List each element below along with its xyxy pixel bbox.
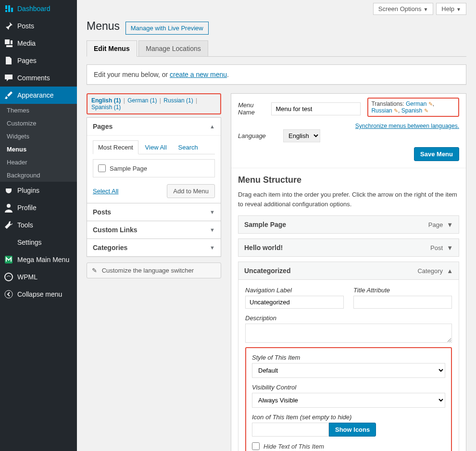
style-label: Style of This Item bbox=[252, 354, 445, 361]
sidebar-item-profile[interactable]: Profile bbox=[0, 199, 77, 216]
submenu-header[interactable]: Header bbox=[0, 156, 77, 169]
manage-live-preview-button[interactable]: Manage with Live Preview bbox=[125, 22, 209, 35]
nav-label-label: Navigation Label bbox=[245, 287, 344, 294]
sidebar-item-mega-main-menu[interactable]: Mega Main Menu bbox=[0, 251, 77, 268]
sidebar-item-posts[interactable]: Posts bbox=[0, 17, 77, 35]
menu-name-input[interactable] bbox=[271, 102, 361, 115]
sidebar-item-settings[interactable]: Settings bbox=[0, 234, 77, 251]
show-icons-button[interactable]: Show Icons bbox=[329, 423, 376, 437]
pin-icon bbox=[4, 21, 13, 31]
submenu-background[interactable]: Background bbox=[0, 169, 77, 182]
sidebar-item-appearance[interactable]: Appearance bbox=[0, 87, 77, 104]
user-icon bbox=[4, 203, 13, 213]
accordion-pages-header[interactable]: Pages ▲ bbox=[87, 118, 221, 135]
menu-item[interactable]: Hello world! Post▼ bbox=[238, 238, 459, 257]
sidebar-item-tools[interactable]: Tools bbox=[0, 216, 77, 234]
chevron-down-icon[interactable]: ▼ bbox=[447, 221, 453, 228]
pencil-icon: ✎ bbox=[92, 267, 97, 274]
mmm-icon bbox=[4, 255, 13, 264]
pencil-icon: ✎ bbox=[428, 101, 433, 107]
sliders-icon bbox=[4, 238, 13, 247]
sidebar-item-collapse[interactable]: Collapse menu bbox=[0, 286, 77, 303]
pencil-icon: ✎ bbox=[424, 108, 428, 113]
accordion-custom-links-header[interactable]: Custom Links ▼ bbox=[87, 221, 221, 238]
menu-item[interactable]: Uncategorized Category▲ Navigation Label bbox=[238, 262, 459, 451]
submenu-menus[interactable]: Menus bbox=[0, 143, 77, 156]
visibility-select[interactable]: Always Visible bbox=[252, 393, 445, 408]
lang-pill-spanish[interactable]: Spanish (1) bbox=[91, 104, 121, 111]
comment-icon bbox=[4, 73, 13, 83]
hide-text-checkbox[interactable] bbox=[252, 442, 260, 450]
accordion-posts-header[interactable]: Posts ▼ bbox=[87, 203, 221, 221]
collapse-icon bbox=[4, 289, 13, 299]
sidebar-item-dashboard[interactable]: Dashboard bbox=[0, 0, 77, 17]
translations-box: Translations: German ✎, Russian ✎, Spani… bbox=[367, 98, 459, 117]
chevron-up-icon[interactable]: ▲ bbox=[447, 267, 453, 275]
main-content: Screen Options▼ Help▼ Menus Manage with … bbox=[77, 0, 476, 451]
brush-icon bbox=[4, 90, 13, 100]
nav-tabs: Edit Menus Manage Locations bbox=[87, 40, 466, 57]
translation-link-russian[interactable]: Russian bbox=[371, 107, 392, 114]
submenu-themes[interactable]: Themes bbox=[0, 104, 77, 117]
translation-link-spanish[interactable]: Spanish bbox=[401, 107, 422, 114]
language-select[interactable]: English bbox=[283, 129, 320, 142]
add-to-menu-button[interactable]: Add to Menu bbox=[167, 184, 215, 198]
page-title: Menus bbox=[87, 20, 120, 33]
sidebar-item-plugins[interactable]: Plugins bbox=[0, 182, 77, 199]
chevron-down-icon[interactable]: ▼ bbox=[447, 244, 453, 251]
chevron-down-icon: ▼ bbox=[210, 245, 215, 251]
page-item-sample[interactable]: Sample Page bbox=[98, 164, 210, 172]
style-select[interactable]: Default bbox=[252, 363, 445, 378]
subtab-view-all[interactable]: View All bbox=[140, 141, 172, 154]
help-button[interactable]: Help▼ bbox=[436, 3, 466, 15]
edit-notice: Edit your menu below, or create a new me… bbox=[87, 64, 466, 85]
mega-menu-options: Style of This Item Default Visibility Co… bbox=[245, 347, 452, 451]
plug-icon bbox=[4, 186, 13, 195]
description-textarea[interactable] bbox=[245, 324, 452, 343]
screen-options-button[interactable]: Screen Options▼ bbox=[373, 3, 434, 15]
menu-edit-panel: Menu Name Translations: German ✎, Russia… bbox=[231, 93, 466, 451]
create-new-menu-link[interactable]: create a new menu bbox=[170, 71, 227, 78]
menu-item[interactable]: Sample Page Page▼ bbox=[238, 215, 459, 234]
sidebar-item-wpml[interactable]: WPML bbox=[0, 268, 77, 286]
chevron-down-icon: ▼ bbox=[210, 227, 215, 233]
language-filter: English (1) | German (1) | Russian (1) |… bbox=[87, 93, 221, 114]
tab-manage-locations[interactable]: Manage Locations bbox=[138, 40, 208, 57]
select-all-link[interactable]: Select All bbox=[93, 188, 118, 195]
title-attr-label: Title Attribute bbox=[353, 287, 452, 294]
visibility-label: Visibility Control bbox=[252, 384, 445, 391]
save-menu-button[interactable]: Save Menu bbox=[414, 147, 459, 161]
accordion-categories-header[interactable]: Categories ▼ bbox=[87, 239, 221, 256]
menu-item-title: Sample Page bbox=[244, 221, 286, 228]
pages-icon bbox=[4, 56, 13, 65]
svg-point-0 bbox=[7, 204, 11, 208]
sidebar-item-comments[interactable]: Comments bbox=[0, 69, 77, 87]
icon-label: Icon of This Item (set empty to hide) bbox=[252, 413, 445, 421]
language-label: Language bbox=[238, 132, 276, 139]
page-checkbox[interactable] bbox=[98, 164, 106, 172]
nav-label-input[interactable] bbox=[245, 296, 344, 309]
svg-point-2 bbox=[5, 273, 13, 281]
translation-link-german[interactable]: German bbox=[406, 100, 426, 107]
submenu-customize[interactable]: Customize bbox=[0, 117, 77, 130]
hide-text-label: Hide Text of This Item bbox=[263, 443, 324, 450]
sidebar-label: Comments bbox=[17, 74, 50, 82]
subtab-most-recent[interactable]: Most Recent bbox=[93, 140, 138, 154]
lang-pill-german[interactable]: German (1) bbox=[127, 97, 157, 104]
icon-input[interactable] bbox=[252, 423, 329, 437]
subtab-search[interactable]: Search bbox=[174, 141, 203, 154]
sync-menus-link[interactable]: Synchronize menus between languages. bbox=[238, 123, 459, 129]
sidebar-item-media[interactable]: Media bbox=[0, 35, 77, 52]
submenu-widgets[interactable]: Widgets bbox=[0, 130, 77, 143]
chevron-down-icon: ▼ bbox=[210, 209, 215, 215]
pencil-icon: ✎ bbox=[394, 108, 398, 113]
description-label: Description bbox=[245, 314, 452, 322]
wrench-icon bbox=[4, 220, 13, 230]
customize-language-switcher-button[interactable]: ✎ Customize the language switcher bbox=[87, 263, 221, 278]
sidebar-label: Profile bbox=[17, 204, 37, 212]
title-attr-input[interactable] bbox=[353, 296, 452, 309]
sidebar-item-pages[interactable]: Pages bbox=[0, 52, 77, 69]
lang-pill-english[interactable]: English (1) bbox=[91, 97, 121, 104]
lang-pill-russian[interactable]: Russian (1) bbox=[163, 97, 193, 104]
tab-edit-menus[interactable]: Edit Menus bbox=[87, 40, 137, 57]
